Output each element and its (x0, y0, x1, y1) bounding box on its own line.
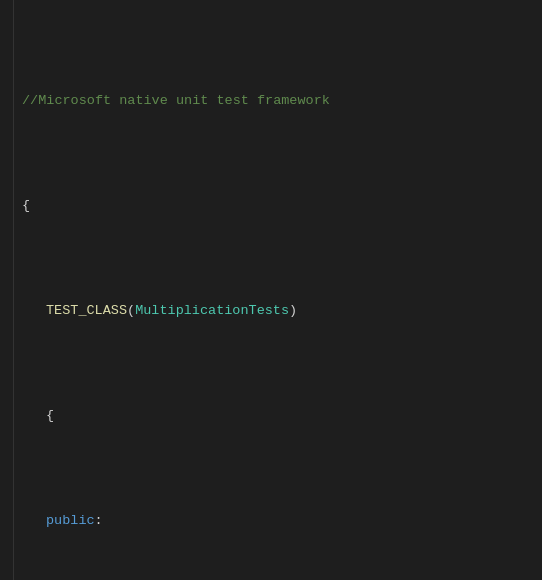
editor-gutter (0, 0, 14, 580)
code-content-area[interactable]: //Microsoft native unit test framework {… (14, 0, 542, 580)
line-comment: //Microsoft native unit test framework (14, 90, 542, 111)
line-brace-open: { (14, 195, 542, 216)
class-brace-open: { (46, 405, 54, 426)
line-test-class: TEST_CLASS(MultiplicationTests) (14, 300, 542, 321)
comment-text: //Microsoft native unit test framework (22, 90, 330, 111)
line-class-brace: { (14, 405, 542, 426)
class-name: MultiplicationTests (135, 300, 289, 321)
test-class-macro: TEST_CLASS (46, 300, 127, 321)
keyword-public: public (46, 510, 95, 531)
code-editor: //Microsoft native unit test framework {… (0, 0, 542, 580)
line-public: public: (14, 510, 542, 531)
brace-open: { (22, 195, 30, 216)
